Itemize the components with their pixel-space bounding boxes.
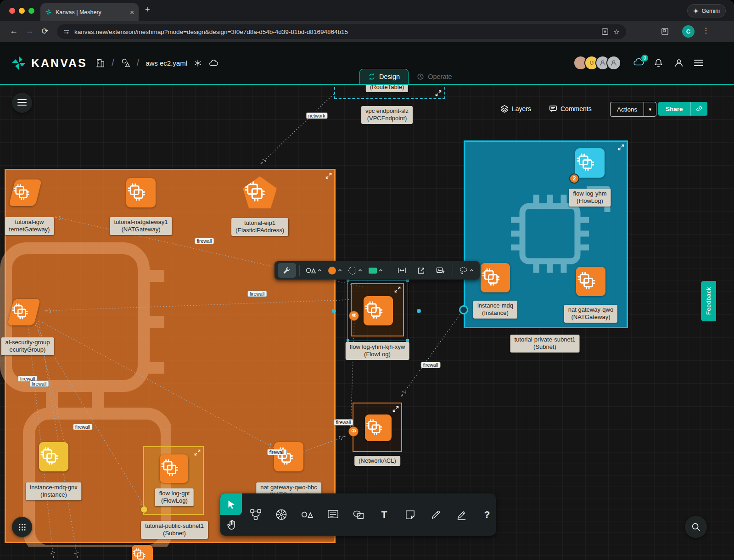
reload-icon[interactable]: ⟳ [39, 26, 50, 36]
app-menu-icon[interactable] [694, 58, 703, 68]
window-zoom-button[interactable] [28, 8, 34, 14]
node-label-vpc-endpoint[interactable]: vpc endpoint-slz(VPCEndpoint) [361, 106, 413, 124]
group-expand-icon[interactable] [618, 144, 624, 151]
browser-tab[interactable]: Kanvas | Meshery × [40, 3, 139, 21]
node-flow-log-yhm[interactable] [575, 148, 605, 178]
user-profile-icon[interactable] [674, 58, 684, 68]
fill-color-button[interactable] [325, 263, 345, 278]
node-networkacl[interactable] [353, 403, 402, 452]
chevron-up-icon [470, 269, 474, 272]
browser-profile-avatar[interactable]: C [682, 25, 695, 38]
design-file-name[interactable]: aws ec2.yaml [146, 59, 187, 67]
add-image-button[interactable] [431, 263, 449, 278]
group-flow-log-gpt[interactable]: flow log-gpt(FlowLog) [143, 446, 204, 515]
connection-handle[interactable] [140, 506, 148, 513]
workspace-icon[interactable] [121, 58, 130, 68]
open-in-app-icon[interactable] [661, 28, 669, 35]
shapes-tool-button[interactable] [300, 508, 314, 521]
help-tool-button[interactable]: ? [480, 508, 494, 521]
lasso-icon [459, 267, 468, 274]
node-security-group[interactable] [11, 299, 37, 325]
url-text[interactable]: kanvas.new/extension/meshmap?mode=design… [74, 28, 597, 35]
layers-button[interactable]: Layers [500, 102, 531, 116]
chip-icon [9, 183, 41, 203]
node-tutorial-igw[interactable] [12, 179, 39, 206]
share-button[interactable]: Share [658, 102, 707, 116]
node-nat-gateway-qwo[interactable] [576, 267, 605, 296]
pan-tool-button[interactable] [224, 516, 240, 534]
shape-fill-button[interactable] [366, 263, 386, 278]
components-tool-button[interactable] [249, 508, 263, 521]
zoom-button[interactable] [685, 516, 707, 538]
open-external-button[interactable] [412, 263, 430, 278]
group-expand-icon[interactable] [392, 406, 399, 412]
site-settings-icon[interactable] [63, 28, 70, 35]
tool-dock: T ? [220, 493, 496, 536]
actions-button[interactable]: Actions ▾ [610, 102, 656, 117]
edge-label-firewall: firewall [421, 362, 441, 368]
kubernetes-tool-button[interactable] [275, 508, 288, 521]
select-tool-button[interactable] [220, 493, 242, 515]
design-canvas[interactable]: (RouteTable) vpc endpoint-slz(VPCEndpoin… [0, 85, 734, 560]
blob-shapes-tool-button[interactable] [352, 508, 365, 521]
text-tool-button[interactable]: T [377, 508, 391, 521]
highlighter-tool-button[interactable] [454, 508, 468, 521]
forward-icon[interactable]: → [24, 26, 35, 36]
resize-width-button[interactable] [392, 263, 411, 278]
border-style-button[interactable] [346, 263, 365, 278]
cloud-sync-icon[interactable] [208, 59, 219, 67]
back-icon[interactable]: ← [8, 26, 19, 36]
link-handle[interactable] [348, 426, 359, 437]
collaborator-avatar[interactable] [606, 56, 621, 70]
link-handle[interactable] [349, 311, 359, 321]
node-instance-mdq-gnx[interactable] [39, 442, 68, 471]
save-resource-icon[interactable] [601, 28, 609, 35]
design-config-icon[interactable] [194, 59, 202, 67]
actions-caret-icon[interactable]: ▾ [644, 102, 656, 116]
node-label-tutorial-private-subnet1[interactable]: tutorial-private-subnet1(Subnet) [510, 335, 580, 353]
flipchart-tool-button[interactable] [326, 508, 340, 521]
node-tutorial-natgateway1[interactable] [126, 178, 156, 207]
pencil-tool-button[interactable] [429, 508, 443, 521]
new-tab-button[interactable]: + [145, 5, 150, 15]
node-label-tutorial-public-subnet1[interactable]: tutorial-public-subnet1(Subnet) [141, 521, 208, 539]
dock-tools: T ? [249, 493, 494, 536]
organization-icon[interactable] [95, 58, 105, 68]
canvas-menu-button[interactable] [12, 93, 32, 113]
tab-operate[interactable]: Operate [409, 69, 460, 84]
window-minimize-button[interactable] [19, 8, 25, 14]
configure-tool-button[interactable] [278, 263, 296, 278]
node-label-tutorial-igw: tutorial-igwternetGateway) [5, 217, 54, 235]
node-instance-mdq[interactable] [481, 263, 510, 292]
browser-menu-icon[interactable]: ⋮ [700, 26, 712, 35]
node-nat-gateway-qwo-bbc[interactable] [274, 442, 303, 471]
hand-icon [226, 519, 237, 531]
node-clipped-bottom[interactable] [132, 545, 153, 560]
resize-handle[interactable] [417, 309, 421, 313]
resize-handle[interactable] [332, 309, 336, 313]
tab-close-icon[interactable]: × [130, 8, 134, 16]
group-expand-icon[interactable] [194, 449, 201, 456]
notifications-bell-icon[interactable] [654, 58, 663, 68]
gemini-button[interactable]: Gemini [687, 4, 726, 17]
shapes-icon [301, 510, 313, 519]
overlapping-shapes-icon [353, 510, 364, 519]
lasso-tool-button[interactable] [456, 263, 476, 278]
bookmark-star-icon[interactable]: ☆ [613, 28, 620, 36]
edge-label-firewall: firewall [334, 419, 353, 426]
tab-design[interactable]: Design [359, 69, 409, 84]
comments-button[interactable]: Comments [549, 102, 592, 116]
apps-grid-button[interactable] [12, 517, 32, 537]
window-close-button[interactable] [9, 8, 15, 14]
copy-link-button[interactable] [690, 102, 707, 116]
sticky-note-tool-button[interactable] [403, 508, 417, 521]
group-expand-icon[interactable] [325, 173, 332, 179]
shape-picker-button[interactable] [303, 263, 325, 278]
node-tutorial-eip1[interactable] [243, 176, 277, 208]
cloud-status-button[interactable]: 0 [633, 57, 644, 68]
kanvas-logo-icon[interactable] [11, 55, 27, 71]
group-expand-icon[interactable] [435, 90, 442, 96]
connection-handle[interactable] [459, 305, 468, 314]
feedback-tab[interactable]: Feedback [701, 281, 716, 321]
url-bar[interactable]: kanvas.new/extension/meshmap?mode=design… [57, 24, 626, 39]
